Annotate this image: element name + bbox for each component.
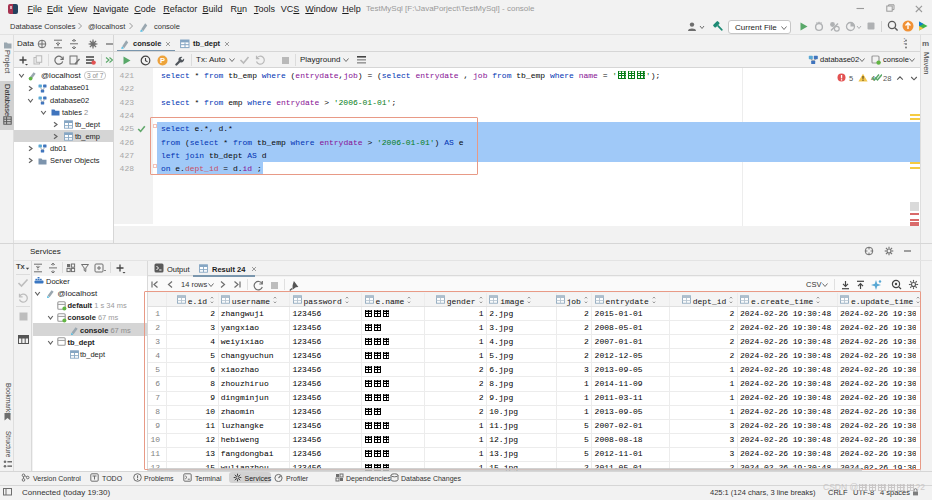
svg-text:P: P xyxy=(160,56,165,65)
